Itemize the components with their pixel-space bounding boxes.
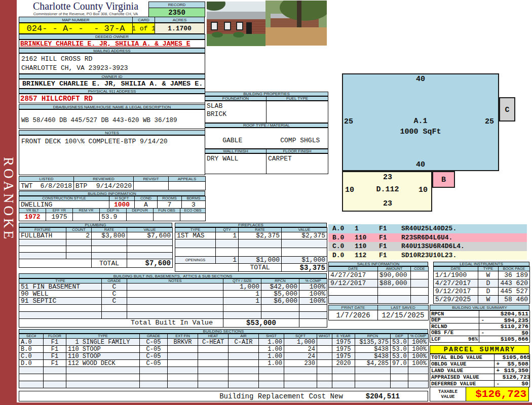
sketch-b-name: B xyxy=(432,176,455,184)
property-photo-side xyxy=(265,1,327,46)
cell-date: 9/12/2017 xyxy=(329,279,378,288)
cell-date xyxy=(329,296,378,304)
cell-type: W xyxy=(478,271,499,279)
cell-rate: $3,800 xyxy=(92,232,127,239)
hsqft-label: H SQFT xyxy=(109,196,135,201)
cell-eyear: 1975 xyxy=(332,346,355,353)
cell-op: - xyxy=(479,330,486,336)
plumbing-total-spacer xyxy=(19,259,92,268)
built-in-row: 90 WELL C 1 $5,000 100% xyxy=(19,291,327,298)
built-in-row: 91 SEPTIC C 1 $6,000 100% xyxy=(19,298,327,305)
cell-extfin: BRKVR xyxy=(168,339,198,346)
parcel-summary-row: OBLDG VALUE + $5,508 xyxy=(430,361,530,368)
cell-label: APPRAISED VALUE xyxy=(430,374,495,381)
cell-qty-size: 1 xyxy=(223,298,261,305)
value-summary-row: LCF96% $105,866 xyxy=(430,336,530,343)
cell-rpcn: $6,000 xyxy=(261,298,299,305)
cell-rpcn: $135,375 xyxy=(355,339,391,346)
appeals-value xyxy=(169,182,206,190)
cell-dep: 53.0 xyxy=(391,339,408,346)
roof-material: COMP SHGLS xyxy=(280,137,320,144)
cell-sqft xyxy=(284,374,317,381)
bottom-border xyxy=(0,402,532,405)
reviewed-label: REVIEWED xyxy=(74,177,134,182)
map-value-row: 024- - A- - - 37-A 1 of 1 1.1700 xyxy=(19,23,205,34)
built-in-row xyxy=(19,312,327,319)
cond-label: COND xyxy=(135,196,158,201)
cell-op xyxy=(495,354,502,361)
cell-value xyxy=(127,253,173,259)
building-info-row2: YR BLT EFF YR REM YR DEP % DEPOVR FUN OB… xyxy=(19,208,206,221)
roof-value: GABLECOMP SHGLS xyxy=(205,128,328,149)
cell-rate xyxy=(92,253,127,259)
remyr-label: REM YR xyxy=(73,209,100,213)
openings-value: $1,000 xyxy=(282,257,327,264)
cell-type: 110 STOOP xyxy=(66,353,140,360)
cell-rate xyxy=(239,248,282,257)
taxable-value-amount: $126,723 xyxy=(466,387,529,401)
cell-notes xyxy=(127,298,223,305)
floor-finish-label: FLOOR FINISH xyxy=(266,149,328,153)
cell-op xyxy=(479,323,486,330)
cell-qty: 1 xyxy=(216,232,239,239)
cell-fixture xyxy=(19,239,66,246)
parcel-summary-row: APPRAISED VALUE $126,723 xyxy=(430,374,530,381)
cell-sec xyxy=(19,381,44,388)
cell-code xyxy=(411,271,429,279)
cell-rate xyxy=(239,239,282,248)
fireplace-row xyxy=(175,239,327,248)
cell-eyear xyxy=(332,374,355,381)
legend-vector: R23SR6D4L6U4. xyxy=(401,234,452,241)
cell-qty-size: 1,000 xyxy=(223,284,261,291)
funobs-label: FUN OBS xyxy=(154,209,180,213)
building-section-row: B.0 F1 110 STOOP C-05 1.00 24 1975 $438 … xyxy=(19,346,429,353)
legal-description: WB 58/460 DB 445/527 DB 443-620 WB 36/18… xyxy=(19,109,205,129)
cell-sqft: 24 xyxy=(284,353,317,360)
revisit-value xyxy=(134,182,169,190)
owner-id-value: BRINKLEY CHARLIE E. JR, SHILIA A. & JAME… xyxy=(19,79,205,89)
cell-value xyxy=(282,248,327,257)
amount-header: AMOUNT xyxy=(378,267,411,271)
map-number-label: MAP NUMBER xyxy=(19,17,133,23)
built-ins-total-label: Total Built In Value xyxy=(19,319,223,328)
cell-air xyxy=(229,374,259,381)
county-title: Charlotte County Virginia xyxy=(23,1,148,12)
map-header-row: MAP NUMBER CARD ACRES xyxy=(19,17,205,23)
cell-book-page: 445 527 xyxy=(499,288,530,296)
cell-op xyxy=(479,336,486,343)
owner-id-label: OWNER ID xyxy=(19,74,205,79)
legend-code: 110 xyxy=(355,234,379,241)
deeded-owner-value: BRINKLEY CHARLIE E. JR, SHILIA A. & JAME… xyxy=(19,39,205,48)
cell-rpcn: $42,000 xyxy=(261,284,299,291)
cell-rpcn: $5,000 xyxy=(261,291,299,298)
cell-comp xyxy=(299,305,327,312)
cell-type xyxy=(66,381,140,388)
reviewed-value: BTP9/14/2020 xyxy=(74,182,134,190)
rooms-label: ROOMS xyxy=(158,196,182,201)
taxable-value-label: TAXABLE VALUE xyxy=(430,387,466,401)
cell-rpcn xyxy=(355,381,391,388)
cell-air xyxy=(229,367,259,374)
dep-label: DEP % xyxy=(100,209,127,213)
cell-comp xyxy=(408,381,429,388)
cell-eyear xyxy=(332,381,355,388)
wall-finish-value: DRY WALL xyxy=(205,153,267,174)
fuel-value xyxy=(266,101,328,123)
cell-sec: D.0 xyxy=(19,360,44,367)
cell-floor xyxy=(44,381,66,388)
parcel-summary-row: TOTAL BLDG VALUE $105,865 xyxy=(430,354,530,361)
cell-value xyxy=(282,239,327,248)
cell-type xyxy=(19,305,102,312)
cell-comp xyxy=(299,312,327,319)
cell-value: $105,866 xyxy=(486,336,530,343)
openings-qty: 1 xyxy=(216,257,239,264)
cell-label: LCF96% xyxy=(430,336,479,343)
cell-value: $0 xyxy=(502,381,530,387)
legal-instrument-row: 4/27/2017 D 443 620 xyxy=(434,279,530,288)
date-header: DATE xyxy=(329,267,378,271)
cell-fixture xyxy=(19,253,66,259)
built-ins-table: TYPE GRADE NOTES QTY / SIZE RPCN % COMP … xyxy=(19,278,327,328)
legend-vector: SR40U25L40D25. xyxy=(401,225,457,232)
cell-eyear xyxy=(332,367,355,374)
cell-shgt xyxy=(259,367,284,374)
